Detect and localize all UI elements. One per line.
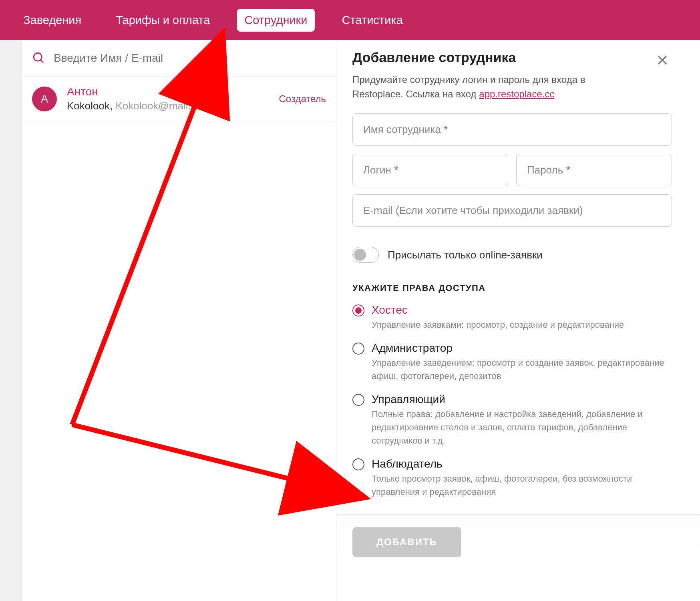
roles-radio-group: Хостес Управление заявками: просмотр, со… (352, 304, 672, 498)
close-icon[interactable]: ✕ (653, 50, 672, 71)
employee-search-row (22, 40, 336, 77)
svg-line-1 (40, 60, 43, 63)
role-description: Управление заявками: просмотр, создание … (372, 318, 672, 331)
employee-search-input[interactable] (54, 52, 326, 65)
employee-subtitle: Kokolook, Kokolook@mail.ru (67, 100, 279, 112)
role-description: Только просмотр заявок, афиш, фотогалере… (372, 472, 672, 498)
role-description: Полные права: добавление и настройка зав… (372, 407, 672, 447)
role-option-manager[interactable]: Управляющий Полные права: добавление и н… (352, 393, 672, 447)
search-icon (32, 51, 46, 65)
radio-icon (352, 343, 364, 355)
svg-point-0 (34, 53, 42, 61)
role-option-hostess[interactable]: Хостес Управление заявками: просмотр, со… (352, 304, 672, 331)
login-field[interactable]: Логин * (352, 154, 508, 186)
role-option-admin[interactable]: Администратор Управление заведением: про… (352, 342, 672, 383)
panel-title: Добавление сотрудника (352, 50, 516, 65)
employee-list-item[interactable]: А Антон Kokolook, Kokolook@mail.ru Созда… (22, 77, 336, 121)
role-title: Администратор (372, 342, 672, 355)
top-nav: Заведения Тарифы и оплата Сотрудники Ста… (0, 0, 700, 40)
role-option-observer[interactable]: Наблюдатель Только просмотр заявок, афиш… (352, 458, 672, 498)
add-employee-panel: Добавление сотрудника ✕ Придумайте сотру… (336, 40, 700, 601)
role-title: Управляющий (372, 393, 672, 406)
employee-list-panel: А Антон Kokolook, Kokolook@mail.ru Созда… (0, 40, 336, 601)
role-description: Управление заведением: просмотр и создан… (372, 356, 672, 383)
nav-item-venues[interactable]: Заведения (16, 9, 89, 32)
role-title: Хостес (372, 304, 672, 317)
panel-footer: ДОБАВИТЬ (336, 514, 700, 569)
employee-name: Антон (67, 85, 279, 98)
radio-icon (352, 394, 364, 406)
email-field[interactable]: E-mail (Если хотите чтобы приходили заяв… (352, 194, 672, 227)
toggle-label: Присылать только online-заявки (388, 249, 543, 261)
role-title: Наблюдатель (372, 458, 672, 470)
password-field[interactable]: Пароль * (516, 154, 672, 186)
online-only-toggle[interactable] (352, 247, 379, 263)
login-link[interactable]: app.restoplace.cc (479, 89, 554, 99)
radio-icon (352, 458, 364, 470)
employee-name-field[interactable]: Имя сотрудника * (352, 113, 672, 146)
add-employee-button[interactable]: ДОБАВИТЬ (352, 527, 461, 557)
access-rights-heading: УКАЖИТЕ ПРАВА ДОСТУПА (352, 283, 672, 293)
nav-item-stats[interactable]: Статистика (335, 9, 410, 32)
nav-item-employees[interactable]: Сотрудники (237, 9, 314, 32)
employee-role-badge: Создатель (279, 93, 326, 105)
nav-item-billing[interactable]: Тарифы и оплата (109, 9, 217, 32)
radio-icon (352, 305, 364, 317)
panel-description: Придумайте сотруднику логин и пароль для… (352, 73, 613, 101)
avatar: А (32, 87, 57, 111)
